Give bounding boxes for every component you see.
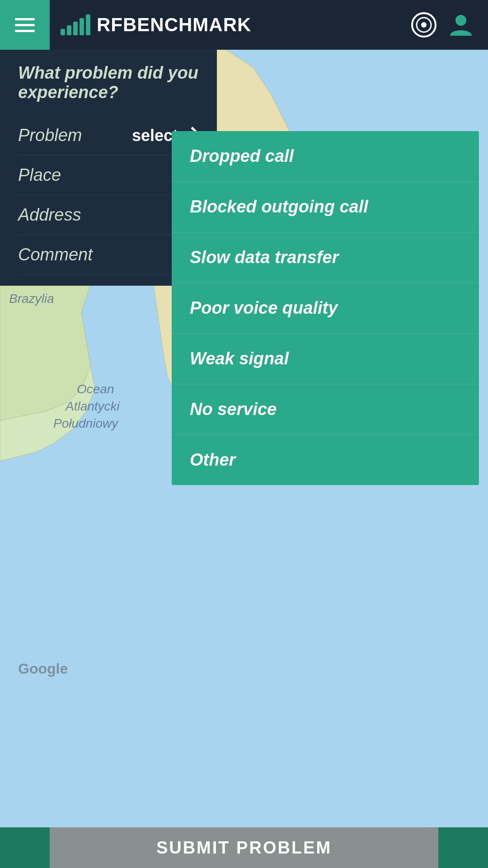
header-icons bbox=[411, 11, 488, 38]
svg-text:Atlantycki: Atlantycki bbox=[65, 399, 120, 413]
svg-text:Google: Google bbox=[18, 660, 68, 677]
svg-text:Południowy: Południowy bbox=[53, 416, 119, 430]
logo-area: RFBENCHMARK bbox=[50, 14, 411, 36]
submit-button[interactable]: SUBMIT PROBLEM bbox=[50, 827, 438, 868]
dropdown-panel: Dropped call Blocked outgoing call Slow … bbox=[172, 131, 479, 485]
dropdown-item-blocked-call[interactable]: Blocked outgoing call bbox=[172, 182, 479, 232]
dropdown-item-dropped-call[interactable]: Dropped call bbox=[172, 131, 479, 182]
app-title: RFBENCHMARK bbox=[97, 14, 251, 36]
form-question: What problem did you experience? bbox=[18, 63, 199, 102]
svg-point-2 bbox=[421, 22, 427, 28]
submit-left-accent bbox=[0, 827, 50, 868]
menu-button[interactable] bbox=[0, 0, 50, 50]
user-icon[interactable] bbox=[447, 11, 474, 38]
header: RFBENCHMARK bbox=[0, 0, 488, 50]
hamburger-icon bbox=[15, 18, 35, 32]
problem-label: Problem bbox=[18, 126, 132, 145]
dropdown-item-other[interactable]: Other bbox=[172, 435, 479, 485]
record-icon[interactable] bbox=[411, 12, 436, 38]
svg-point-3 bbox=[455, 15, 466, 26]
dropdown-item-no-service[interactable]: No service bbox=[172, 384, 479, 435]
dropdown-item-slow-data[interactable]: Slow data transfer bbox=[172, 232, 479, 283]
signal-bars-icon bbox=[61, 14, 90, 35]
dropdown-item-weak-signal[interactable]: Weak signal bbox=[172, 334, 479, 384]
submit-bar: SUBMIT PROBLEM bbox=[0, 827, 488, 868]
dropdown-item-poor-voice[interactable]: Poor voice quality bbox=[172, 283, 479, 334]
svg-text:Ocean: Ocean bbox=[77, 382, 114, 396]
svg-text:Brazylia: Brazylia bbox=[9, 292, 54, 306]
submit-right-accent bbox=[438, 827, 488, 868]
problem-select-label: select bbox=[132, 126, 178, 145]
